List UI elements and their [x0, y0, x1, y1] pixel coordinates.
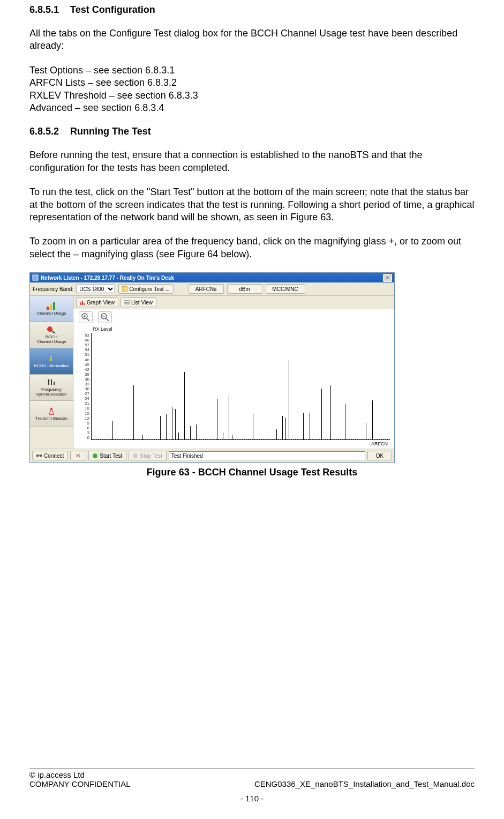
- plot-canvas[interactable]: [91, 333, 390, 440]
- y-tick: 24: [85, 396, 89, 401]
- mccmnc-column-button[interactable]: MCC/MNC: [266, 284, 305, 294]
- ref-advanced: Advanced – see section 6.8.3.4: [29, 102, 475, 114]
- y-tick: 6: [87, 426, 89, 430]
- dbm-column-button[interactable]: dBm: [227, 284, 262, 294]
- beacon-icon: [47, 407, 56, 415]
- paragraph: All the tabs on the Configure Test dialo…: [29, 27, 475, 53]
- titlebar: Network Listen - 172.28.17.77 - Really O…: [30, 273, 394, 282]
- sidebar-channel-usage[interactable]: Channel Usage: [30, 296, 73, 322]
- data-bar: [223, 433, 223, 440]
- data-bar: [303, 413, 304, 440]
- data-bar: [172, 407, 172, 440]
- y-tick: 12: [85, 416, 89, 421]
- window-title: Network Listen - 172.28.17.77 - Really O…: [41, 275, 174, 281]
- statusbar: Connect Start Test Stop Test Test Finish…: [30, 449, 394, 462]
- chart-area: RX Level 6360575451484542393633302724211…: [73, 325, 394, 449]
- data-bar: [190, 426, 191, 440]
- ref-arfcn-lists: ARFCN Lists – see section 6.8.3.2: [29, 77, 475, 89]
- svg-rect-4: [53, 302, 55, 310]
- svg-point-7: [50, 408, 52, 410]
- data-bar: [330, 385, 331, 440]
- y-tick: 30: [85, 386, 89, 391]
- page-footer: © ip.access Ltd COMPANY CONFIDENTIAL CEN…: [29, 769, 475, 803]
- y-tick: 63: [85, 333, 89, 338]
- data-bar: [160, 416, 161, 440]
- graph-view-button[interactable]: Graph View: [76, 297, 118, 307]
- list-icon: [124, 300, 130, 305]
- data-bar: [285, 418, 286, 440]
- y-tick: 3: [87, 430, 89, 435]
- data-bar: [372, 400, 373, 440]
- frequency-band-select[interactable]: DCS 1800: [77, 285, 115, 293]
- configure-test-button[interactable]: Configure Test ...: [118, 284, 173, 294]
- y-tick: 57: [85, 343, 89, 347]
- zoom-controls: [73, 309, 394, 325]
- disconnect-button[interactable]: [70, 451, 86, 460]
- svg-rect-1: [122, 286, 127, 292]
- y-tick: 15: [85, 411, 89, 416]
- connect-button[interactable]: Connect: [32, 451, 68, 460]
- graph-icon: [80, 300, 85, 305]
- start-test-button[interactable]: Start Test: [88, 451, 126, 460]
- data-bar: [217, 399, 217, 440]
- svg-text:i: i: [50, 355, 52, 362]
- svg-line-19: [106, 318, 109, 321]
- svg-rect-2: [47, 307, 49, 310]
- y-tick: 45: [85, 362, 89, 367]
- data-bar: [175, 409, 176, 440]
- svg-rect-3: [50, 304, 52, 310]
- toolbar: Frequency Band: DCS 1800 Configure Test …: [30, 282, 394, 296]
- status-message: Test Finished: [169, 451, 365, 460]
- data-bar: [366, 423, 366, 440]
- stop-test-button[interactable]: Stop Test: [129, 451, 167, 460]
- sidebar-bcch-channel-usage[interactable]: BCCHChannel Usage: [30, 322, 73, 348]
- network-listen-window: Network Listen - 172.28.17.77 - Really O…: [29, 272, 395, 463]
- magnify-plus-icon: [81, 313, 90, 322]
- y-tick: 9: [87, 421, 89, 426]
- paragraph: To run the test, click on the "Start Tes…: [29, 186, 475, 224]
- svg-line-15: [87, 318, 89, 321]
- data-bar: [253, 414, 253, 440]
- data-bar: [282, 416, 283, 440]
- app-icon: [32, 274, 39, 281]
- chart-x-label: ARFCN: [78, 440, 390, 446]
- data-bar: [229, 394, 229, 440]
- zoom-in-button[interactable]: [79, 311, 93, 323]
- figure-caption: Figure 63 - BCCH Channel Usage Test Resu…: [29, 467, 475, 478]
- sidebar-transmit-beacon[interactable]: Transmit Beacon: [30, 401, 73, 427]
- y-axis: 6360575451484542393633302724211815129630: [78, 333, 91, 440]
- levels-icon: [47, 302, 56, 310]
- data-bar: [232, 435, 232, 440]
- list-view-button[interactable]: List View: [121, 297, 156, 307]
- ref-rxlev-threshold: RXLEV Threshold – see section 6.8.3.3: [29, 90, 475, 102]
- y-tick: 48: [85, 358, 89, 362]
- configure-icon: [122, 286, 127, 292]
- data-bar: [321, 389, 322, 440]
- svg-rect-21: [36, 455, 39, 457]
- data-bar: [184, 372, 185, 440]
- sidebar-frequency-sync[interactable]: FrequencySynchronisation: [30, 375, 73, 401]
- data-bar: [310, 413, 310, 440]
- data-bar: [142, 435, 143, 440]
- data-bar: [178, 433, 179, 440]
- arfcns-column-button[interactable]: ARFCNs: [189, 284, 224, 294]
- info-icon: i: [47, 355, 56, 362]
- svg-rect-22: [40, 455, 42, 457]
- svg-rect-8: [80, 302, 81, 305]
- sidebar-bcch-information[interactable]: i BCCH Information: [30, 348, 73, 375]
- zoom-out-button[interactable]: [98, 311, 112, 323]
- side-panel: Channel Usage BCCHChannel Usage i BCCH I…: [30, 296, 73, 449]
- footer-page-number: - 110 -: [29, 794, 475, 803]
- y-tick: 0: [87, 435, 89, 440]
- close-button[interactable]: ×: [383, 274, 392, 282]
- y-tick: 18: [85, 406, 89, 411]
- footer-copyright: © ip.access Ltd: [29, 770, 475, 779]
- data-bar: [276, 429, 277, 440]
- pin-icon: [47, 326, 56, 333]
- data-bar: [112, 421, 113, 440]
- reference-list: Test Options – see section 6.8.3.1 ARFCN…: [29, 64, 475, 115]
- y-tick: 42: [85, 367, 89, 372]
- y-tick: 51: [85, 352, 89, 357]
- ok-button[interactable]: OK: [367, 451, 392, 460]
- magnify-minus-icon: [101, 313, 109, 322]
